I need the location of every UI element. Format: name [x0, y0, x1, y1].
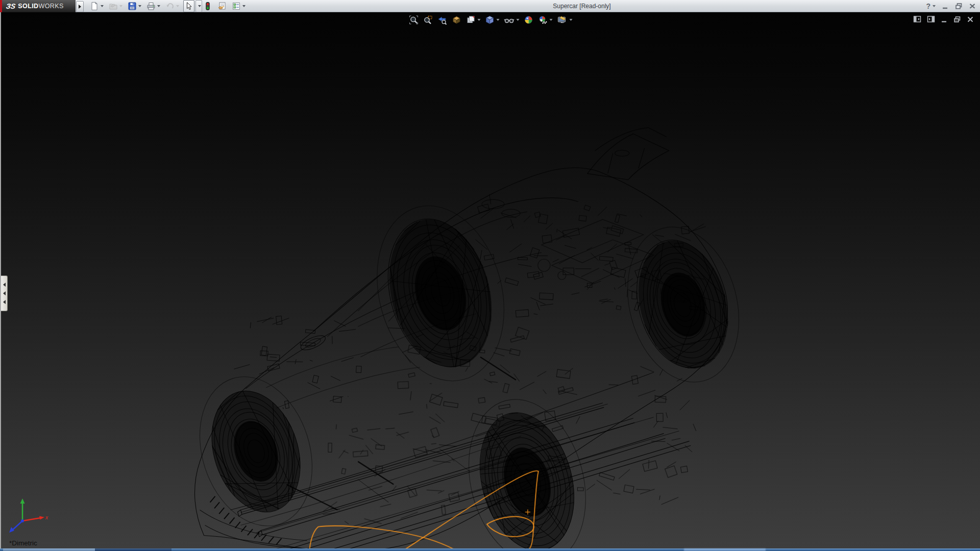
- chevron-down-icon[interactable]: [101, 5, 104, 7]
- previous-view-button[interactable]: [436, 14, 449, 26]
- zoom-to-fit-icon: [409, 15, 419, 25]
- undo-button[interactable]: [164, 0, 180, 12]
- file-properties-icon: [217, 2, 227, 11]
- undo-arrow-icon: [165, 2, 175, 11]
- view-orientation-button[interactable]: [484, 14, 501, 26]
- orientation-triad: x: [3, 487, 50, 534]
- doc-minimize-button[interactable]: [941, 16, 948, 23]
- wheel-wireframe: [197, 379, 315, 523]
- restore-button[interactable]: [955, 3, 963, 10]
- select-tool-dropdown[interactable]: [195, 0, 202, 12]
- doc-close-button[interactable]: [967, 16, 974, 23]
- chevron-left-icon: [3, 283, 6, 287]
- help-label: ?: [926, 2, 930, 10]
- taskbar-segment: [3, 548, 95, 551]
- titlebar-right-controls: ?: [926, 0, 976, 12]
- select-tool-button[interactable]: [183, 0, 194, 12]
- chevron-down-icon[interactable]: [176, 5, 179, 7]
- chevron-down-icon: [198, 5, 201, 7]
- scene-ball-icon: [538, 15, 548, 25]
- chevron-down-icon[interactable]: [933, 5, 936, 7]
- window-title: Supercar [Read-only]: [505, 0, 658, 12]
- taskbar-segment: [95, 548, 172, 551]
- file-properties-button[interactable]: [216, 0, 228, 12]
- chevron-down-icon[interactable]: [242, 5, 246, 7]
- view-orientation-label: *Dimetric: [9, 539, 37, 547]
- save-floppy-icon: [128, 2, 137, 11]
- new-document-button[interactable]: [89, 0, 105, 12]
- open-document-button[interactable]: [108, 0, 124, 12]
- chevron-right-icon: [79, 5, 81, 9]
- brand-name-light: WORKS: [39, 3, 64, 10]
- chevron-down-icon[interactable]: [478, 19, 481, 21]
- zoom-to-fit-button[interactable]: [408, 14, 420, 26]
- chevron-left-icon: [3, 300, 6, 304]
- solidworks-logo-glyph: ЗS: [6, 2, 16, 10]
- graphics-area[interactable]: x *Dimetric: [0, 12, 980, 548]
- chevron-down-icon[interactable]: [550, 19, 553, 21]
- save-button[interactable]: [127, 0, 142, 12]
- eyeglasses-icon: [504, 15, 515, 25]
- help-button[interactable]: ?: [926, 2, 936, 10]
- y-axis-arrowhead: [20, 498, 25, 504]
- open-folder-icon: [109, 2, 118, 11]
- menu-flyout-expander[interactable]: [76, 1, 84, 12]
- print-icon: [146, 2, 156, 11]
- pane-right-toggle[interactable]: [927, 15, 935, 23]
- heads-up-view-toolbar: [408, 14, 574, 26]
- title-bar: ЗS SOLIDWORKS: [0, 0, 980, 12]
- supercar-wireframe-model[interactable]: [1, 12, 980, 548]
- feature-pane-expand-tab[interactable]: [1, 276, 8, 311]
- triad-origin: [21, 519, 24, 522]
- traffic-light-icon: [203, 2, 212, 11]
- options-icon: [232, 2, 241, 11]
- close-button[interactable]: [969, 3, 976, 10]
- chevron-down-icon[interactable]: [119, 5, 122, 7]
- options-button[interactable]: [231, 0, 247, 12]
- select-cursor-icon: [184, 2, 193, 11]
- brand-name-bold: SOLID: [18, 3, 38, 10]
- view-settings-button[interactable]: [556, 14, 574, 26]
- rebuild-button[interactable]: [202, 0, 213, 12]
- windows-taskbar-sliver[interactable]: [0, 548, 980, 551]
- edit-appearance-button[interactable]: [523, 14, 535, 26]
- doc-restore-button[interactable]: [953, 16, 961, 23]
- wheel-wireframe: [373, 207, 507, 379]
- hide-show-items-button[interactable]: [503, 14, 521, 26]
- display-style-button[interactable]: [465, 14, 482, 26]
- x-axis-arrowhead: [39, 516, 44, 520]
- display-style-icon: [466, 15, 476, 25]
- section-view-icon: [452, 15, 462, 25]
- chevron-down-icon[interactable]: [157, 5, 160, 7]
- zoom-to-area-button[interactable]: [422, 14, 434, 26]
- z-axis-arrowhead: [9, 527, 14, 533]
- x-axis: [22, 518, 41, 521]
- window-controls: [942, 3, 976, 10]
- chevron-down-icon[interactable]: [138, 5, 141, 7]
- generated-wire-detail: [197, 194, 742, 548]
- section-view-button[interactable]: [451, 14, 463, 26]
- document-window-controls: [913, 15, 974, 23]
- chevron-down-icon[interactable]: [497, 19, 500, 21]
- pane-left-toggle[interactable]: [913, 15, 921, 23]
- view-settings-icon: [557, 15, 568, 25]
- wheel-wireframe: [623, 230, 742, 379]
- chevron-down-icon[interactable]: [517, 19, 520, 21]
- minimize-button[interactable]: [942, 3, 949, 10]
- solidworks-logo: ЗS SOLIDWORKS: [2, 0, 76, 12]
- zoom-to-area-icon: [423, 15, 433, 25]
- taskbar-glow: [684, 548, 766, 551]
- quick-access-toolbar: [89, 1, 247, 12]
- view-cube-icon: [485, 15, 495, 25]
- chevron-left-icon: [3, 291, 6, 295]
- apply-scene-button[interactable]: [537, 14, 554, 26]
- z-axis: [12, 521, 22, 530]
- new-document-icon: [90, 2, 99, 11]
- print-button[interactable]: [145, 0, 161, 12]
- appearance-ball-icon: [524, 15, 534, 25]
- previous-view-icon: [437, 15, 448, 25]
- chevron-down-icon[interactable]: [570, 19, 573, 21]
- x-axis-label: x: [45, 515, 48, 520]
